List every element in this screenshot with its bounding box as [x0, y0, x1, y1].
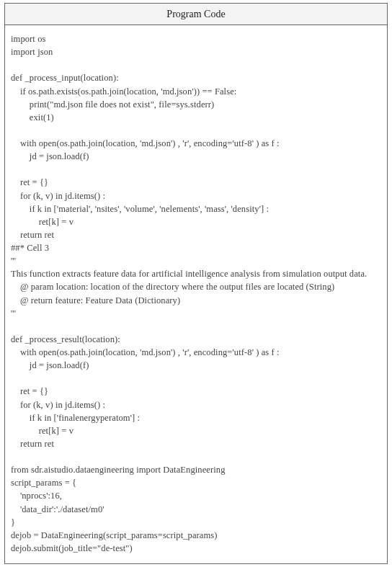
- panel-title: Program Code: [5, 4, 387, 25]
- program-code: import os import json def _process_input…: [5, 25, 387, 563]
- code-panel: Program Code import os import json def _…: [4, 3, 388, 564]
